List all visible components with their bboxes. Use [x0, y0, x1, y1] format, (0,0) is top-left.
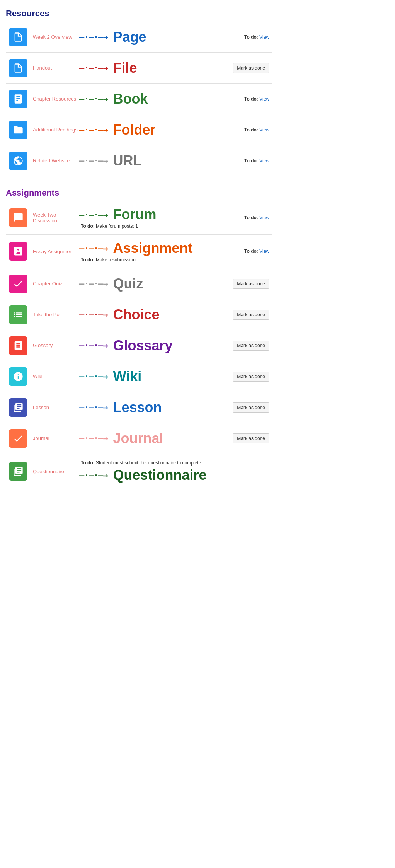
questionnaire-icon	[9, 462, 27, 481]
mark-as-done-button[interactable]: Mark as done	[233, 279, 269, 289]
item-name[interactable]: Take the Poll	[33, 312, 79, 317]
poll-icon	[9, 305, 27, 324]
list-item[interactable]: Essay Assignment―·―·―→AssignmentTo do: M…	[6, 235, 272, 268]
dashed-arrow-icon: ―·―·―→	[79, 94, 107, 104]
item-type-label: Assignment	[109, 240, 219, 256]
item-right-area: Mark as done	[219, 402, 269, 413]
item-type-label: Forum	[109, 206, 219, 223]
item-right-area: Mark as done	[219, 310, 269, 320]
todo-top: To do: Student must submit this question…	[79, 460, 219, 466]
todo-text: To do: View	[244, 158, 269, 164]
todo-view-link[interactable]: View	[259, 127, 269, 133]
item-type-label: Lesson	[109, 399, 219, 416]
list-item[interactable]: Glossary―·―·―→GlossaryMark as done	[6, 330, 272, 361]
item-middle: ―·―·―→File	[79, 60, 219, 76]
list-item[interactable]: Lesson―·―·―→LessonMark as done	[6, 392, 272, 423]
section-assignments: AssignmentsWeek Two Discussion―·―·―→Foru…	[6, 183, 272, 489]
list-item[interactable]: Related Website―·―·―→URLTo do: View	[6, 145, 272, 176]
dashed-arrow-icon: ―·―·―→	[79, 279, 107, 288]
item-name[interactable]: Questionnaire	[33, 469, 79, 474]
item-type-label: URL	[109, 153, 219, 169]
section-title-resources: Resources	[6, 4, 272, 22]
item-name[interactable]: Lesson	[33, 404, 79, 410]
item-name[interactable]: Journal	[33, 435, 79, 441]
mark-as-done-button[interactable]: Mark as done	[233, 433, 269, 443]
dashed-arrow-icon: ―·―·―→	[79, 210, 107, 220]
todo-view-link[interactable]: View	[259, 158, 269, 164]
dashed-arrow-icon: ―·―·―→	[79, 125, 107, 135]
quiz-icon	[9, 275, 27, 293]
item-middle: ―·―·―→Wiki	[79, 368, 219, 385]
item-right-area: Mark as done	[219, 63, 269, 73]
dashed-arrow-icon: ―·―·―→	[79, 63, 107, 73]
section-resources: ResourcesWeek 2 Overview―·―·―→PageTo do:…	[6, 4, 272, 176]
dashed-arrow-icon: ―·―·―→	[79, 402, 107, 412]
section-title-assignments: Assignments	[6, 183, 272, 201]
item-middle: ―·―·―→AssignmentTo do: Make a submission	[79, 240, 219, 263]
dashed-arrow-icon: ―·―·―→	[79, 341, 107, 350]
item-name[interactable]: Essay Assignment	[33, 249, 79, 254]
page-container: ResourcesWeek 2 Overview―·―·―→PageTo do:…	[6, 4, 272, 489]
item-right-area: Mark as done	[219, 279, 269, 289]
list-item[interactable]: Week Two Discussion―·―·―→ForumTo do: Mak…	[6, 201, 272, 235]
forum-icon	[9, 208, 27, 227]
list-item[interactable]: Chapter Quiz―·―·―→QuizMark as done	[6, 268, 272, 299]
item-type-label: Quiz	[109, 276, 219, 292]
dashed-arrow-icon: ―·―·―→	[79, 244, 107, 253]
item-right-area: To do: View	[219, 249, 269, 254]
todo-view-link[interactable]: View	[259, 96, 269, 102]
item-name[interactable]: Related Website	[33, 158, 79, 164]
list-item[interactable]: Additional Readings―·―·―→FolderTo do: Vi…	[6, 114, 272, 145]
item-middle: ―·―·―→Folder	[79, 122, 219, 138]
item-right-area: Mark as done	[219, 341, 269, 351]
dashed-arrow-icon: ―·―·―→	[79, 32, 107, 42]
list-item[interactable]: Take the Poll―·―·―→ChoiceMark as done	[6, 299, 272, 330]
item-type-label: Glossary	[109, 338, 219, 354]
list-item[interactable]: Week 2 Overview―·―·―→PageTo do: View	[6, 22, 272, 53]
dashed-arrow-icon: ―·―·―→	[79, 433, 107, 443]
list-item[interactable]: Chapter Resources―·―·―→BookTo do: View	[6, 84, 272, 114]
item-middle: ―·―·―→Book	[79, 91, 219, 107]
item-name[interactable]: Glossary	[33, 343, 79, 348]
dashed-arrow-icon: ―·―·―→	[79, 156, 107, 165]
todo-text: To do: View	[244, 215, 269, 220]
item-right-area: Mark as done	[219, 433, 269, 443]
todo-view-link[interactable]: View	[259, 215, 269, 220]
item-middle: ―·―·―→Glossary	[79, 338, 219, 354]
mark-as-done-button[interactable]: Mark as done	[233, 402, 269, 413]
item-middle: ―·―·―→Page	[79, 29, 219, 45]
mark-as-done-button[interactable]: Mark as done	[233, 63, 269, 73]
item-type-label: Questionnaire	[109, 467, 219, 483]
item-type-label: Choice	[109, 307, 219, 323]
mark-as-done-button[interactable]: Mark as done	[233, 310, 269, 320]
item-type-label: Wiki	[109, 368, 219, 385]
item-name[interactable]: Chapter Quiz	[33, 281, 79, 286]
item-type-label: Folder	[109, 122, 219, 138]
list-item[interactable]: Journal―·―·―→JournalMark as done	[6, 423, 272, 454]
item-name[interactable]: Handout	[33, 65, 79, 71]
item-name[interactable]: Wiki	[33, 373, 79, 379]
item-type-label: Page	[109, 29, 219, 45]
item-name[interactable]: Additional Readings	[33, 127, 79, 133]
todo-view-link[interactable]: View	[259, 34, 269, 40]
item-name[interactable]: Week Two Discussion	[33, 212, 79, 223]
todo-view-link[interactable]: View	[259, 249, 269, 254]
list-item[interactable]: Wiki―·―·―→WikiMark as done	[6, 361, 272, 392]
list-item[interactable]: Handout―·―·―→FileMark as done	[6, 53, 272, 84]
item-right-area: To do: View	[219, 34, 269, 40]
item-name[interactable]: Week 2 Overview	[33, 34, 79, 40]
mark-as-done-button[interactable]: Mark as done	[233, 341, 269, 351]
journal-icon	[9, 429, 27, 448]
item-middle: ―·―·―→Choice	[79, 307, 219, 323]
item-right-area: To do: View	[219, 96, 269, 102]
item-name[interactable]: Chapter Resources	[33, 96, 79, 102]
dashed-arrow-icon: ―·―·―→	[79, 372, 107, 381]
item-middle: ―·―·―→Lesson	[79, 399, 219, 416]
item-middle: ―·―·―→URL	[79, 153, 219, 169]
glossary-icon	[9, 336, 27, 355]
file-icon	[9, 59, 27, 77]
mark-as-done-button[interactable]: Mark as done	[233, 372, 269, 382]
todo-text: To do: View	[244, 127, 269, 133]
list-item[interactable]: QuestionnaireTo do: Student must submit …	[6, 454, 272, 489]
lesson-icon	[9, 398, 27, 417]
